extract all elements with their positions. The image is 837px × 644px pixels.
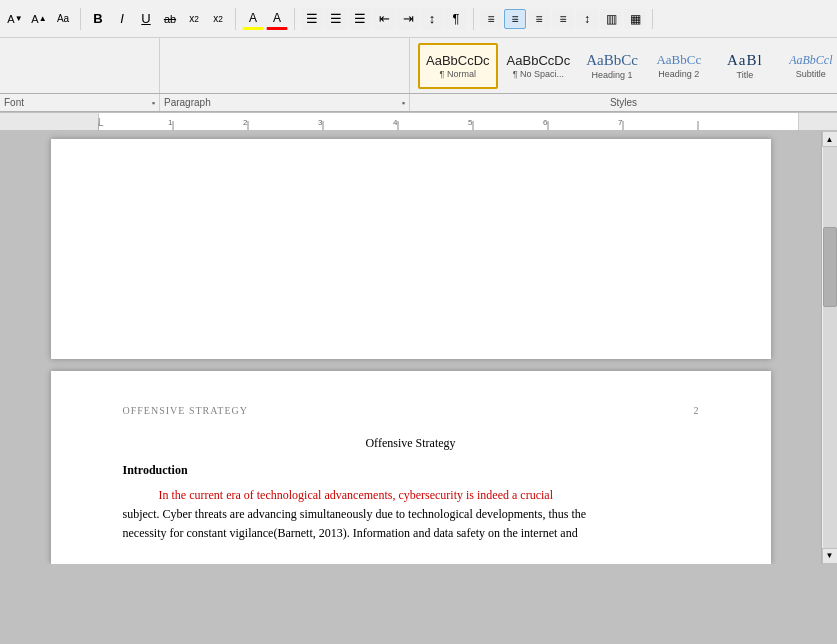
subscript-btn[interactable]: x2	[183, 8, 205, 30]
font-size-group: A▼ A▲ Aa	[4, 8, 81, 30]
scrollbar-up-arrow[interactable]: ▲	[822, 131, 838, 147]
alignment-group: ≡ ≡ ≡ ≡ ↕ ▥ ▦	[480, 9, 653, 29]
page2-header: OFFENSIVE STRATEGY 2	[123, 401, 699, 416]
styles-section-label: Styles	[410, 94, 837, 111]
superscript-btn[interactable]: x2	[207, 8, 229, 30]
font-case-btn[interactable]: Aa	[52, 8, 74, 30]
shading-btn[interactable]: ▥	[600, 9, 622, 29]
style-h1-text: AaBbCc	[586, 52, 638, 69]
style-subtitle-text: AaBbCcl	[789, 53, 832, 68]
style-heading1[interactable]: AaBbCc Heading 1	[579, 43, 645, 89]
paragraph-section-label: Paragraph ▪	[160, 94, 410, 111]
style-h2-label: Heading 2	[658, 69, 699, 79]
font-grow-btn[interactable]: A▲	[28, 8, 50, 30]
style-normal-text: AaBbCcDc	[426, 53, 490, 68]
header-right-text: 2	[694, 405, 699, 416]
bold-btn[interactable]: B	[87, 8, 109, 30]
style-h1-label: Heading 1	[591, 70, 632, 80]
styles-section: AaBbCcDc ¶ Normal AaBbCcDc ¶ No Spaci...…	[410, 38, 837, 93]
style-nospacing-label: ¶ No Spaci...	[513, 69, 564, 79]
font-shrink-btn[interactable]: A▼	[4, 8, 26, 30]
paragraph-section	[160, 38, 410, 93]
ruler-marks-svg: 1 2 3 4 5 6 7	[98, 113, 799, 131]
show-para-marks-btn[interactable]: ¶	[445, 8, 467, 30]
align-justify-btn[interactable]: ≡	[552, 9, 574, 29]
strikethrough-btn[interactable]: ab	[159, 8, 181, 30]
underline-btn[interactable]: U	[135, 8, 157, 30]
style-normal-label: ¶ Normal	[440, 69, 476, 79]
line-spacing-btn[interactable]: ↕	[576, 9, 598, 29]
scroll-wrapper: OFFENSIVE STRATEGY 2 Offensive Strategy …	[0, 131, 837, 564]
section-labels-row: Font ▪ Paragraph ▪ Styles	[0, 94, 837, 112]
decrease-indent-btn[interactable]: ⇤	[373, 8, 395, 30]
align-left-btn[interactable]: ≡	[480, 9, 502, 29]
font-section-label: Font ▪	[0, 94, 160, 111]
svg-text:3: 3	[318, 118, 323, 127]
text-effects-group: A A	[242, 8, 295, 30]
svg-text:7: 7	[618, 118, 623, 127]
tab-stop-indicator: L	[98, 117, 104, 128]
text-format-group: B I U ab x2 x2	[87, 8, 236, 30]
page-separator	[0, 359, 821, 371]
svg-text:5: 5	[468, 118, 473, 127]
style-no-spacing[interactable]: AaBbCcDc ¶ No Spaci...	[500, 43, 578, 89]
scrollbar-thumb[interactable]	[823, 227, 837, 307]
style-nospacing-text: AaBbCcDc	[507, 53, 571, 68]
style-h2-text: AaBbCc	[656, 52, 701, 68]
style-title-text: AaBl	[727, 52, 763, 69]
intro-heading: Introduction	[123, 463, 699, 478]
header-left-text: OFFENSIVE STRATEGY	[123, 405, 249, 416]
red-text-span: In the current era of technological adva…	[159, 488, 553, 502]
style-subtitle-label: Subtitle	[796, 69, 826, 79]
font-expand-icon[interactable]: ▪	[152, 98, 155, 108]
styles-ribbon: AaBbCcDc ¶ Normal AaBbCcDc ¶ No Spaci...…	[0, 38, 837, 94]
font-section	[0, 38, 160, 93]
page2: OFFENSIVE STRATEGY 2 Offensive Strategy …	[51, 371, 771, 564]
style-title[interactable]: AaBl Title	[713, 43, 777, 89]
align-center-btn[interactable]: ≡	[504, 9, 526, 29]
toolbar-row-1: A▼ A▲ Aa B I U ab x2 x2 A A ☰ ☰ ☰ ⇤ ⇥ ↕ …	[0, 0, 837, 38]
align-right-btn[interactable]: ≡	[528, 9, 550, 29]
svg-text:2: 2	[243, 118, 248, 127]
svg-text:4: 4	[393, 118, 398, 127]
scrollbar-track[interactable]	[823, 147, 837, 548]
para-line2: subject. Cyber threats are advancing sim…	[123, 505, 699, 524]
paragraph-expand-icon[interactable]: ▪	[402, 98, 405, 108]
svg-text:6: 6	[543, 118, 548, 127]
ruler: 1 2 3 4 5 6 7 L	[0, 113, 837, 131]
list-group: ☰ ☰ ☰ ⇤ ⇥ ↕ ¶	[301, 8, 474, 30]
paragraph-text: In the current era of technological adva…	[123, 486, 699, 544]
text-highlight-btn[interactable]: A	[242, 8, 264, 30]
increase-indent-btn[interactable]: ⇥	[397, 8, 419, 30]
page1-container	[0, 131, 821, 359]
page2-content: OFFENSIVE STRATEGY 2 Offensive Strategy …	[51, 371, 771, 564]
svg-text:1: 1	[168, 118, 173, 127]
style-subtitle[interactable]: AaBbCcl Subtitle	[779, 43, 837, 89]
document-area: OFFENSIVE STRATEGY 2 Offensive Strategy …	[0, 131, 821, 564]
numbered-list-btn[interactable]: ☰	[325, 8, 347, 30]
para-line3: necessity for constant vigilance(Barnett…	[123, 524, 699, 543]
text-color-btn[interactable]: A	[266, 8, 288, 30]
para-line1: In the current era of technological adva…	[123, 486, 699, 505]
multilevel-list-btn[interactable]: ☰	[349, 8, 371, 30]
page2-container: OFFENSIVE STRATEGY 2 Offensive Strategy …	[0, 371, 821, 564]
style-heading2[interactable]: AaBbCc Heading 2	[647, 43, 711, 89]
style-normal[interactable]: AaBbCcDc ¶ Normal	[418, 43, 498, 89]
sort-btn[interactable]: ↕	[421, 8, 443, 30]
vertical-scrollbar: ▲ ▼	[821, 131, 837, 564]
style-title-label: Title	[736, 70, 753, 80]
borders-btn[interactable]: ▦	[624, 9, 646, 29]
page2-title: Offensive Strategy	[123, 436, 699, 451]
page1	[51, 139, 771, 359]
italic-btn[interactable]: I	[111, 8, 133, 30]
bullet-list-btn[interactable]: ☰	[301, 8, 323, 30]
scrollbar-down-arrow[interactable]: ▼	[822, 548, 838, 564]
